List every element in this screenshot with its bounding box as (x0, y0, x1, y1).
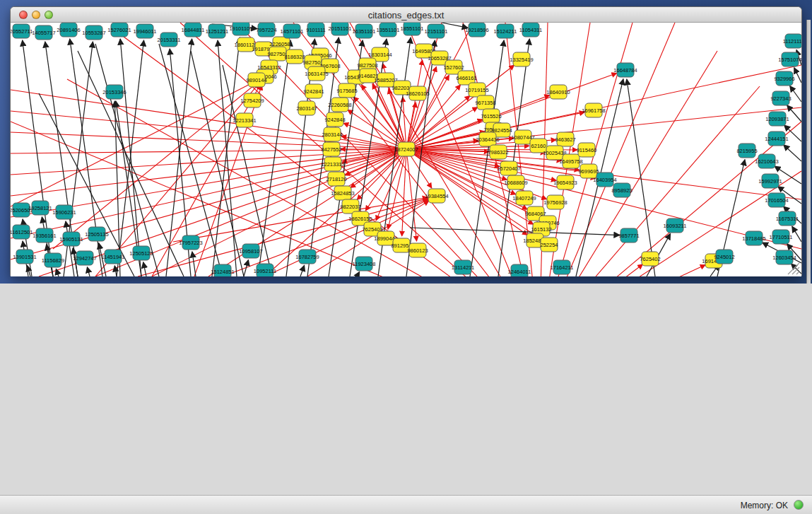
graph-node[interactable]: 12603454 (772, 250, 796, 264)
graph-node[interactable]: 12505125 (129, 246, 153, 260)
graph-node[interactable]: 12213341 (233, 113, 256, 127)
graph-node[interactable]: 9242841 (303, 84, 324, 98)
graph-node[interactable]: 9101111 (306, 23, 326, 37)
graph-node[interactable]: 20151101 (329, 23, 352, 35)
graph-node[interactable]: 9671358 (475, 95, 495, 110)
graph-node[interactable]: 15124211 (494, 24, 517, 38)
graph-node[interactable]: 15124851 (211, 264, 234, 276)
graph-node[interactable]: 7625402 (640, 252, 660, 266)
graph-node[interactable]: 17016504 (765, 193, 788, 207)
graph-node[interactable]: 15751074 (778, 52, 801, 66)
graph-node[interactable]: 13901531 (13, 250, 36, 264)
graph-node[interactable]: 9699695 (578, 164, 599, 178)
graph-node[interactable]: 16351101 (353, 24, 376, 38)
graph-node[interactable]: 12151101 (425, 24, 448, 38)
graph-node[interactable]: 252254 (540, 238, 558, 252)
graph-node[interactable]: 20891406 (57, 23, 80, 37)
graph-node[interactable]: 9463627 (555, 132, 575, 146)
network-canvas[interactable]: 1872400718303144982750816543392917568522… (11, 23, 801, 276)
graph-node[interactable]: 8958923 (611, 183, 632, 197)
graph-node[interactable]: 15824853 (331, 186, 354, 200)
graph-node[interactable]: 14055717 (32, 25, 55, 40)
graph-node[interactable]: 62160 (530, 139, 547, 153)
graph-node[interactable]: 16844811 (182, 23, 205, 37)
graph-node[interactable]: 9115460 (577, 143, 597, 157)
graph-node[interactable]: 10631475 (305, 66, 328, 81)
graph-node[interactable]: 19654923 (553, 175, 577, 189)
graph-node[interactable]: 15992971 (758, 174, 782, 188)
graph-node[interactable]: 15276021 (107, 23, 131, 37)
graph-node[interactable]: 20364436 (476, 132, 499, 146)
graph-node[interactable]: 19218596 (465, 23, 488, 37)
graph-node[interactable]: 16961758 (582, 103, 605, 117)
graph-node[interactable]: 8186328 (284, 49, 305, 64)
graph-node[interactable]: 12464011 (508, 264, 531, 276)
graph-node[interactable]: 10952111 (254, 264, 276, 276)
graph-node[interactable]: 2803144 (322, 127, 342, 141)
graph-node[interactable]: 9227343 (770, 91, 791, 105)
graph-node[interactable]: 16093211 (664, 218, 687, 233)
graph-node[interactable]: 12093871 (765, 112, 789, 126)
graph-node[interactable]: 25206501 (11, 203, 33, 217)
graph-node[interactable]: 20153346 (102, 85, 126, 99)
graph-node[interactable]: 11612501 (11, 225, 33, 239)
graph-node[interactable]: 12444151 (765, 132, 788, 146)
graph-node[interactable]: 11251211 (206, 24, 228, 38)
graph-node[interactable]: 13114211 (452, 260, 474, 274)
graph-node[interactable]: 9857771 (618, 228, 639, 243)
graph-node[interactable]: 10688609 (504, 175, 527, 189)
graph-node[interactable]: 19101101 (230, 23, 253, 35)
graph-node[interactable]: 15906231 (52, 205, 76, 219)
graph-node[interactable]: 9827509 (267, 47, 288, 61)
graph-node[interactable]: 11156829 (42, 253, 64, 267)
graph-node[interactable]: 10719155 (465, 83, 488, 97)
graph-node[interactable]: 15905131 (59, 232, 83, 246)
graph-node[interactable]: 9860123 (407, 243, 428, 257)
graph-node[interactable]: 11675311 (776, 211, 799, 226)
graph-node[interactable]: 13325419 (510, 52, 533, 66)
graph-node[interactable]: 19258121 (28, 201, 52, 215)
graph-node[interactable]: 8427552 (321, 142, 341, 156)
graph-node[interactable]: 20153311 (158, 33, 181, 47)
graph-node[interactable]: 17957223 (179, 235, 202, 250)
graph-node[interactable]: 20552711 (11, 24, 33, 38)
graph-node[interactable]: 14571101 (281, 24, 304, 38)
graph-node[interactable]: 12505135 (85, 227, 108, 241)
graph-node[interactable]: 18724007 (394, 142, 418, 156)
graph-node[interactable]: 8215955 (736, 144, 757, 158)
graph-node[interactable]: 7986322 (488, 145, 508, 159)
graph-node[interactable]: 19946011 (134, 24, 157, 38)
graph-node[interactable]: 9245012 (714, 250, 734, 264)
graph-node[interactable]: 12942747 (73, 251, 96, 265)
graph-node[interactable]: 7615526 (481, 109, 501, 123)
graph-node[interactable]: 9146821 (358, 69, 378, 83)
graph-node[interactable]: 2803147 (296, 101, 317, 115)
graph-node[interactable]: 12213313 (321, 157, 344, 171)
graph-node[interactable]: 11923408 (353, 257, 376, 271)
graph-node[interactable]: 19384554 (425, 189, 448, 203)
graph-node[interactable]: 17164211 (551, 260, 574, 274)
graph-node[interactable]: 17710511 (770, 230, 793, 244)
graph-node[interactable]: 16403954 (593, 173, 616, 187)
graph-node[interactable]: 18407249 (512, 191, 536, 205)
graph-node[interactable]: 8912954 (391, 238, 411, 252)
graph-node[interactable]: 19756928 (543, 195, 567, 209)
graph-node[interactable]: 16210643 (755, 154, 778, 168)
graph-node[interactable]: 2718120 (326, 172, 346, 186)
graph-node[interactable]: 10958107 (239, 244, 262, 258)
graph-node[interactable]: 18640910 (546, 85, 570, 99)
graph-node[interactable]: 19356161 (33, 228, 56, 243)
graph-node[interactable]: 18601123 (235, 37, 258, 52)
graph-node[interactable]: 9329966 (774, 71, 794, 86)
graph-node[interactable]: 13718485 (742, 231, 765, 245)
graph-node[interactable]: 11451941 (102, 250, 125, 264)
graph-node[interactable]: 16782759 (295, 250, 319, 264)
memory-status-icon[interactable] (794, 500, 804, 510)
graph-node[interactable]: 9890144 (246, 73, 266, 87)
graph-node[interactable]: 16648784 (613, 63, 637, 77)
graph-node[interactable]: 18551101 (401, 23, 424, 35)
graph-node[interactable]: 7957224 (256, 23, 276, 37)
graph-node[interactable]: 11121111 (783, 34, 801, 48)
graph-node[interactable]: 18626105 (406, 86, 429, 100)
graph-node[interactable]: 22260588 (328, 98, 351, 112)
